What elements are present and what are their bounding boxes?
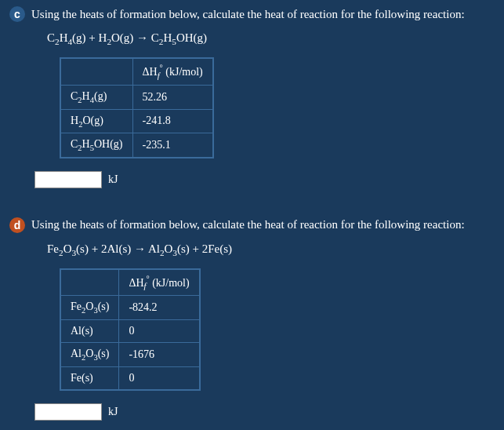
table-row: ΔHf° (kJ/mol) xyxy=(60,269,200,296)
value-cell: -241.8 xyxy=(132,109,213,133)
table-row: ΔHf° (kJ/mol) xyxy=(60,58,213,85)
answer-input-c[interactable] xyxy=(34,171,102,188)
value-cell: 0 xyxy=(119,366,200,390)
table-c: ΔHf° (kJ/mol) C2H4(g) 52.26 H2O(g) -241.… xyxy=(60,57,214,159)
answer-input-d[interactable] xyxy=(34,403,102,421)
species-cell: Al(s) xyxy=(60,319,119,342)
species-cell: C2H4(g) xyxy=(60,85,132,109)
unit-label-c: kJ xyxy=(108,173,118,185)
answer-row-d: kJ xyxy=(34,403,495,421)
species-cell: H2O(g) xyxy=(60,109,132,133)
species-cell: Fe(s) xyxy=(60,366,119,390)
table-header-dhf: ΔHf° (kJ/mol) xyxy=(119,269,200,296)
equation-d: Fe2O3(s) + 2Al(s) → Al2O3(s) + 2Fe(s) xyxy=(47,242,495,257)
answer-row-c: kJ xyxy=(34,171,495,188)
species-cell: Al2O3(s) xyxy=(60,342,119,366)
badge-c: c xyxy=(9,6,25,22)
table-row: H2O(g) -241.8 xyxy=(60,109,213,133)
question-c: c Using the heats of formation below, ca… xyxy=(0,0,504,210)
equation-c: C2H4(g) + H2O(g) → C2H5OH(g) xyxy=(47,31,495,46)
table-row: C2H5OH(g) -235.1 xyxy=(60,133,213,158)
table-row: Fe(s) 0 xyxy=(60,366,200,390)
unit-label-d: kJ xyxy=(108,406,118,417)
table-d: ΔHf° (kJ/mol) Fe2O3(s) -824.2 Al(s) 0 Al… xyxy=(60,268,201,391)
question-d: d Using the heats of formation below, ca… xyxy=(0,210,504,430)
species-cell: C2H5OH(g) xyxy=(60,133,132,158)
table-row: C2H4(g) 52.26 xyxy=(60,85,213,109)
value-cell: 0 xyxy=(119,319,200,342)
table-header-empty xyxy=(60,58,132,85)
value-cell: -235.1 xyxy=(132,133,213,158)
value-cell: -1676 xyxy=(119,342,200,366)
table-row: Al2O3(s) -1676 xyxy=(60,342,200,366)
value-cell: 52.26 xyxy=(132,85,213,109)
species-cell: Fe2O3(s) xyxy=(60,295,119,319)
table-header-dhf: ΔHf° (kJ/mol) xyxy=(132,58,213,85)
table-header-empty xyxy=(60,269,119,296)
badge-d: d xyxy=(9,217,25,233)
value-cell: -824.2 xyxy=(119,295,200,319)
table-row: Fe2O3(s) -824.2 xyxy=(60,295,200,319)
table-row: Al(s) 0 xyxy=(60,319,200,342)
prompt-d: Using the heats of formation below, calc… xyxy=(31,218,465,231)
prompt-c: Using the heats of formation below, calc… xyxy=(31,8,465,20)
